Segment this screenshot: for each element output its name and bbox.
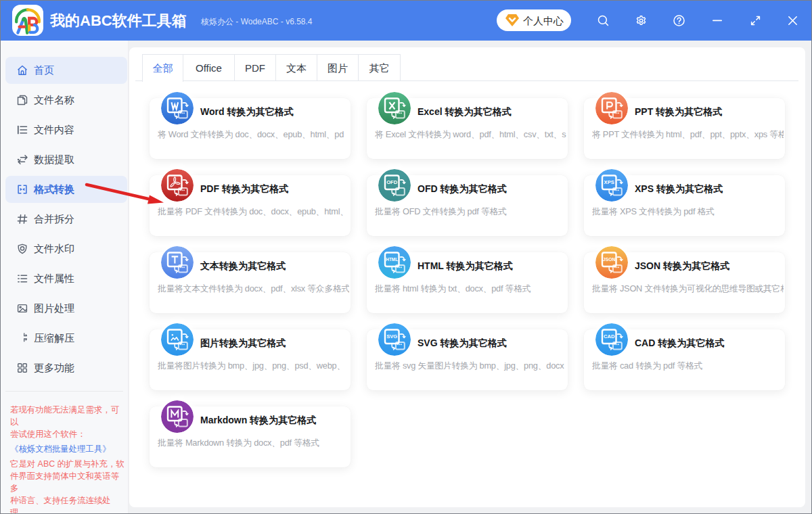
svg-text:CAD: CAD <box>604 333 615 340</box>
svg-text:XPS: XPS <box>604 179 614 185</box>
svg-text:OFD: OFD <box>386 179 398 185</box>
svg-text:HTML: HTML <box>386 257 398 262</box>
svg-text:SVG: SVG <box>386 333 397 340</box>
svg-text:JSON: JSON <box>603 257 616 262</box>
